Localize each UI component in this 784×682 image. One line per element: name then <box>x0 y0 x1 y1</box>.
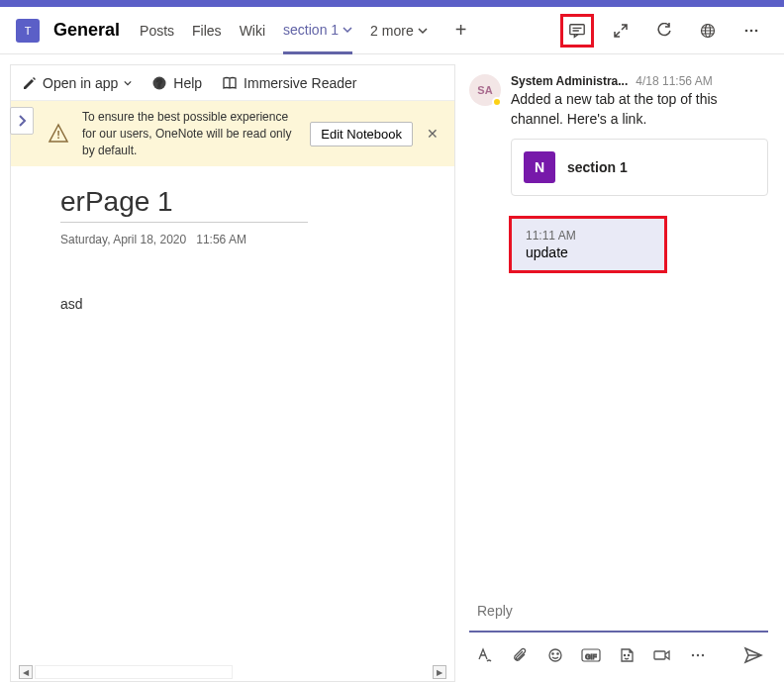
attach-icon[interactable] <box>509 644 531 666</box>
svg-point-3 <box>745 29 748 32</box>
open-in-app-label: Open in app <box>43 75 118 91</box>
message-author: System Administra... <box>511 74 628 88</box>
tab-files[interactable]: Files <box>192 7 222 54</box>
chevron-down-icon <box>124 79 132 87</box>
team-avatar[interactable]: T <box>16 19 40 43</box>
tab-section1-label: section 1 <box>283 22 339 38</box>
tab-wiki[interactable]: Wiki <box>240 7 265 54</box>
svg-point-5 <box>755 29 758 32</box>
svg-point-17 <box>692 654 694 656</box>
message-time: 4/18 11:56 AM <box>636 74 712 88</box>
svg-text:?: ? <box>156 78 162 89</box>
chevron-down-icon <box>343 25 352 35</box>
add-tab-button[interactable]: + <box>455 19 467 42</box>
meet-icon[interactable] <box>651 644 673 666</box>
help-label: Help <box>173 75 202 91</box>
onenote-app-icon: N <box>524 151 555 183</box>
open-in-app-button[interactable]: Open in app <box>23 75 132 91</box>
page-content: asd <box>60 296 425 312</box>
tab-more-label: 2 more <box>370 23 414 39</box>
svg-point-11 <box>557 653 558 654</box>
more-icon[interactable] <box>735 14 768 48</box>
svg-point-19 <box>702 654 704 656</box>
tab-posts[interactable]: Posts <box>140 7 174 54</box>
onenote-pane: Open in app ? Help Immersive Reader ! To… <box>10 64 455 682</box>
svg-point-15 <box>628 654 629 655</box>
sticker-icon[interactable] <box>616 644 637 666</box>
svg-point-10 <box>552 653 553 654</box>
expand-icon[interactable] <box>604 14 637 48</box>
send-icon[interactable] <box>742 644 764 666</box>
immersive-label: Immersive Reader <box>244 75 356 91</box>
reply-input[interactable] <box>469 591 768 631</box>
format-icon[interactable] <box>473 644 495 666</box>
tab-more[interactable]: 2 more <box>370 7 428 54</box>
reply-time: 11:11 AM <box>526 229 650 243</box>
tab-link-card[interactable]: N section 1 <box>511 139 768 196</box>
scroll-track[interactable] <box>35 665 233 679</box>
svg-text:GIF: GIF <box>585 653 597 660</box>
refresh-icon[interactable] <box>647 14 681 48</box>
svg-text:!: ! <box>56 129 60 141</box>
help-button[interactable]: ? Help <box>151 75 202 91</box>
scroll-right-icon[interactable]: ▶ <box>433 665 446 679</box>
reply-message[interactable]: 11:11 AM update <box>509 216 667 273</box>
close-warning-button[interactable]: ✕ <box>423 122 442 146</box>
more-icon[interactable] <box>687 644 709 666</box>
horizontal-scrollbar[interactable]: ◀ ▶ <box>19 665 446 679</box>
warning-text: To ensure the best possible experience f… <box>82 109 300 158</box>
message-text: Added a new tab at the top of this chann… <box>511 90 768 129</box>
help-icon: ? <box>151 75 167 91</box>
onenote-page[interactable]: erPage 1 Saturday, April 18, 2020 11:56 … <box>11 166 454 681</box>
reply-text: update <box>526 244 568 260</box>
svg-rect-16 <box>654 651 665 659</box>
page-date: Saturday, April 18, 2020 11:56 AM <box>60 233 425 246</box>
svg-point-4 <box>750 29 753 32</box>
reply-toolbar: GIF <box>469 638 768 672</box>
globe-icon[interactable] <box>691 14 725 48</box>
conversation-pane: SA System Administra... 4/18 11:56 AM Ad… <box>465 64 784 682</box>
chevron-down-icon <box>418 26 428 36</box>
svg-point-9 <box>549 649 561 661</box>
channel-name: General <box>53 20 120 41</box>
chat-message[interactable]: SA System Administra... 4/18 11:56 AM Ad… <box>469 74 768 196</box>
warning-icon: ! <box>45 120 72 147</box>
svg-point-18 <box>697 654 699 656</box>
edit-notebook-button[interactable]: Edit Notebook <box>310 122 413 146</box>
onenote-toolbar: Open in app ? Help Immersive Reader <box>11 65 454 101</box>
conversation-icon[interactable] <box>560 14 594 48</box>
reply-input-box <box>469 591 768 633</box>
readonly-warning-bar: ! To ensure the best possible experience… <box>11 101 454 166</box>
pencil-icon <box>23 76 37 90</box>
link-title: section 1 <box>567 159 628 175</box>
channel-header: T General Posts Files Wiki section 1 2 m… <box>0 7 784 54</box>
page-title: erPage 1 <box>60 186 308 223</box>
presence-away-icon <box>492 97 502 107</box>
avatar-initials: SA <box>477 84 492 96</box>
immersive-reader-button[interactable]: Immersive Reader <box>222 75 356 91</box>
svg-rect-0 <box>570 24 584 34</box>
gif-icon[interactable]: GIF <box>580 644 602 666</box>
svg-point-14 <box>624 654 625 655</box>
avatar[interactable]: SA <box>469 74 501 106</box>
book-icon <box>222 75 238 91</box>
tab-section1[interactable]: section 1 <box>283 7 352 54</box>
emoji-icon[interactable] <box>544 644 566 666</box>
expand-nav-button[interactable] <box>10 107 34 135</box>
scroll-left-icon[interactable]: ◀ <box>19 665 33 679</box>
